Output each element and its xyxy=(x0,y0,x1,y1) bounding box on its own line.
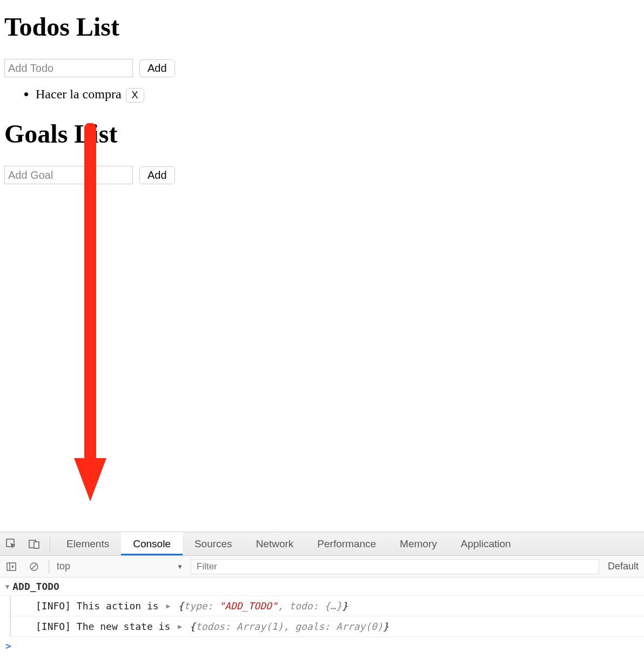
delete-todo-button[interactable]: X xyxy=(126,88,144,103)
todo-item: Hacer la compra X xyxy=(36,87,640,103)
add-todo-button[interactable]: Add xyxy=(139,59,175,77)
goals-heading: Goals List xyxy=(4,119,640,149)
add-todo-input[interactable] xyxy=(4,59,133,77)
add-goal-button[interactable]: Add xyxy=(139,166,175,184)
todos-list: Hacer la compra X xyxy=(4,87,640,103)
todo-item-text: Hacer la compra xyxy=(36,87,122,101)
todos-input-row: Add xyxy=(4,59,640,77)
goals-input-row: Add xyxy=(4,166,640,184)
todos-heading: Todos List xyxy=(4,12,640,42)
add-goal-input[interactable] xyxy=(4,166,133,184)
